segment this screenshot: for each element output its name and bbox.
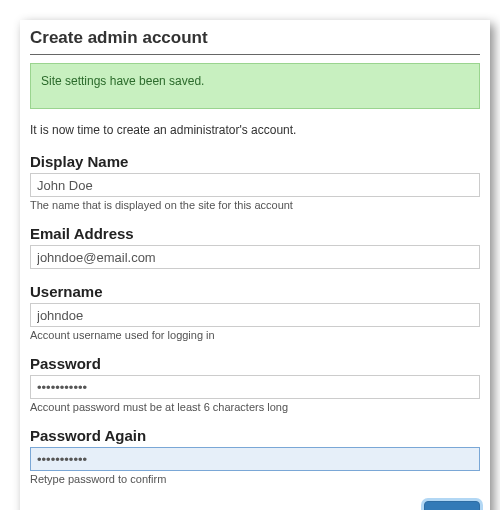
username-label: Username bbox=[30, 283, 480, 300]
password-hint: Account password must be at least 6 char… bbox=[30, 401, 480, 413]
field-username: Username Account username used for loggi… bbox=[30, 283, 480, 341]
title-divider bbox=[30, 54, 480, 55]
intro-text: It is now time to create an administrato… bbox=[30, 123, 480, 137]
field-display-name: Display Name The name that is displayed … bbox=[30, 153, 480, 211]
display-name-label: Display Name bbox=[30, 153, 480, 170]
success-alert: Site settings have been saved. bbox=[30, 63, 480, 109]
display-name-hint: The name that is displayed on the site f… bbox=[30, 199, 480, 211]
password-again-label: Password Again bbox=[30, 427, 480, 444]
email-input[interactable] bbox=[30, 245, 480, 269]
create-admin-panel: Create admin account Site settings have … bbox=[20, 20, 490, 510]
password-label: Password bbox=[30, 355, 480, 372]
username-input[interactable] bbox=[30, 303, 480, 327]
field-password-again: Password Again Retype password to confir… bbox=[30, 427, 480, 485]
password-again-input[interactable] bbox=[30, 447, 480, 471]
display-name-input[interactable] bbox=[30, 173, 480, 197]
page-title: Create admin account bbox=[30, 28, 480, 50]
next-button[interactable]: Next bbox=[424, 501, 480, 510]
field-password: Password Account password must be at lea… bbox=[30, 355, 480, 413]
password-again-hint: Retype password to confirm bbox=[30, 473, 480, 485]
email-label: Email Address bbox=[30, 225, 480, 242]
password-input[interactable] bbox=[30, 375, 480, 399]
field-email: Email Address bbox=[30, 225, 480, 269]
username-hint: Account username used for logging in bbox=[30, 329, 480, 341]
actions-row: Next bbox=[30, 501, 480, 510]
